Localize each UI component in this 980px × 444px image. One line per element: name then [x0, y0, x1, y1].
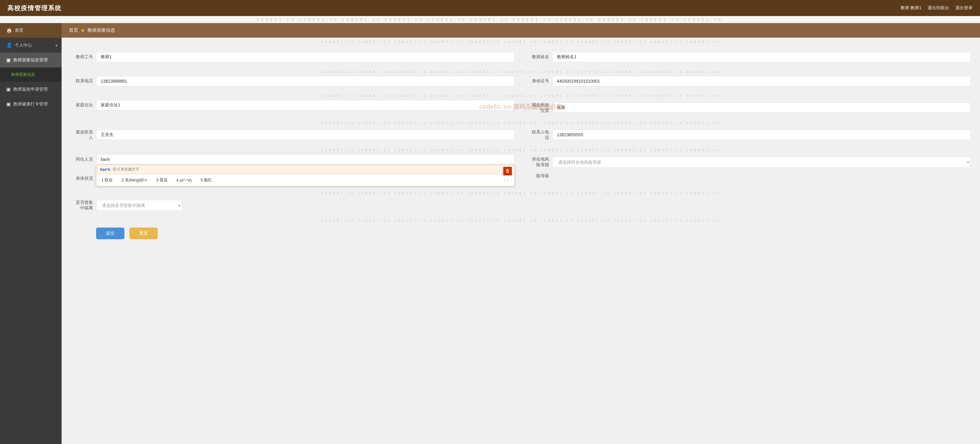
- top-actions: 教师 教师1 退出到前台 退出登录: [900, 5, 973, 11]
- watermark-row-6: code51.cn code51.cn code51.cn code51.cn …: [71, 189, 971, 197]
- sidebar-item-teacher-health[interactable]: ▣ 教师健康打卡管理: [0, 97, 62, 112]
- sidebar: 🏠 首页 👤 个人中心 ∨ ▣ 教师居家信息管理 教师居家信息 ▣ 教师返校申请…: [0, 23, 62, 444]
- chevron-down-icon: ∨: [55, 43, 58, 48]
- form-row-4: 紧急联系 人 联系人电 话: [71, 127, 971, 141]
- btn-row: 提交 重置: [71, 228, 971, 239]
- watermark-row-4: code51.cn code51.cn code51.cn code51.cn …: [71, 119, 971, 127]
- form-group-teacher-id: 教师工号: [71, 52, 515, 62]
- form-row-7: 是否曾集 中隔离 请选择是否曾集中隔离: [71, 197, 971, 211]
- autocomplete-header: lian'h ⑥ 6.更多颜文字 S: [96, 165, 514, 174]
- next-suggestion-icon[interactable]: 〉: [507, 177, 511, 183]
- back-to-front-button[interactable]: 退出到前台: [928, 5, 949, 11]
- autocomplete-dropdown: lian'h ⑥ 6.更多颜文字 S 1.联合 2.良(liang)好⊙ 3.莲…: [96, 165, 515, 186]
- sidebar-teacher-return-label: 教师返校申请管理: [13, 87, 48, 92]
- user-label: 教师 教师1: [900, 5, 921, 11]
- suggestion-4[interactable]: 4.(#^.^#): [175, 177, 193, 183]
- emergency-phone-label: 联系人电 话: [527, 129, 549, 141]
- form-group-phone: 联系电话: [71, 76, 515, 86]
- autocomplete-more-link[interactable]: ⑥ 6.更多颜文字: [113, 167, 139, 172]
- form-area: 教师工号 教师姓名 code51.cn code51.cn code51.cn …: [62, 46, 980, 246]
- phone-input[interactable]: [96, 76, 515, 86]
- main-content: 首页 ★ 教师居家信息 code51.cn code51.cn code51.c…: [62, 23, 980, 444]
- risk-select[interactable]: 请选择所在地风险等级: [552, 157, 971, 168]
- breadcrumb-current: 教师居家信息: [88, 27, 115, 33]
- watermark-row-2: code51.cn code51.cn code51.cn code51.cn …: [71, 68, 971, 76]
- sidebar-teacher-home-mgmt-label: 教师居家信息管理: [13, 57, 48, 63]
- menu-icon-teacher-health: ▣: [6, 101, 11, 107]
- id-card-label: 身份证号: [527, 78, 549, 84]
- ime-logo: S: [503, 167, 512, 176]
- suggestion-2[interactable]: 2.良(liang)好⊙: [121, 177, 148, 184]
- form-group-address: 家庭住址: [71, 100, 515, 110]
- form-row-1: 教师工号 教师姓名: [71, 52, 971, 62]
- autocomplete-suggestions: 1.联合 2.良(liang)好⊙ 3.莲花 4.(#^.^#) 5.脸红: [96, 174, 514, 186]
- emergency-contact-input[interactable]: [96, 129, 515, 140]
- teacher-id-label: 教师工号: [71, 54, 93, 60]
- sidebar-submenu: 教师居家信息: [0, 67, 62, 82]
- suggestion-1[interactable]: 1.联合: [100, 177, 114, 184]
- location-label: 现在所在 位置: [527, 102, 549, 113]
- suggestion-3[interactable]: 3.莲花: [155, 177, 169, 184]
- watermark-row-3: code51.cn code51.cn code51.cn code51.cn …: [71, 92, 971, 100]
- phone-label: 联系电话: [71, 78, 93, 84]
- form-row-3: 家庭住址 现在所在 位置 code51. cn-源码乐园盗图必究: [71, 100, 971, 113]
- suggestion-nav: 〈 〉: [501, 177, 511, 183]
- menu-icon-teacher-mgmt: ▣: [6, 57, 11, 63]
- sidebar-item-teacher-home-mgmt[interactable]: ▣ 教师居家信息管理: [0, 53, 62, 67]
- form-group-emergency-contact: 紧急联系 人: [71, 127, 515, 141]
- watermark-row-7: code51.cn code51.cn code51.cn code51.cn …: [71, 216, 971, 224]
- star-icon: ★: [81, 27, 85, 33]
- risk-label: 所在地风 险等级: [527, 157, 549, 168]
- suggestion-5[interactable]: 5.脸红: [199, 177, 213, 184]
- logout-button[interactable]: 退出登录: [955, 5, 973, 11]
- address-input[interactable]: [96, 100, 515, 110]
- sidebar-teacher-home-label: 教师居家信息: [11, 72, 35, 77]
- cohabitants-label: 同住人员: [71, 157, 93, 162]
- form-group-teacher-name: 教师姓名: [527, 52, 971, 62]
- autocomplete-wrapper: lian'h ⑥ 6.更多颜文字 S 1.联合 2.良(liang)好⊙ 3.莲…: [96, 154, 515, 165]
- breadcrumb-home[interactable]: 首页: [69, 27, 78, 33]
- form-group-cohabitants: 同住人员 lian'h ⑥ 6.更多颜文字 S 1.联合: [71, 154, 515, 165]
- sidebar-item-personal[interactable]: 👤 个人中心 ∨: [0, 38, 62, 53]
- sidebar-item-teacher-home[interactable]: 教师居家信息: [0, 67, 62, 82]
- teacher-id-input[interactable]: [96, 52, 515, 62]
- form-group-emergency-phone: 联系人电 话: [527, 127, 971, 141]
- health-label: 身体状况: [71, 176, 93, 181]
- top-bar: 高校疫情管理系统 教师 教师1 退出到前台 退出登录: [0, 0, 980, 16]
- emergency-phone-input[interactable]: [552, 129, 971, 140]
- watermark-row-1: code51.cn code51.cn code51.cn code51.cn …: [62, 38, 980, 46]
- address-label: 家庭住址: [71, 102, 93, 108]
- form-group-health-risk: 险等级: [527, 173, 971, 179]
- gather-label: 是否曾集 中隔离: [71, 200, 93, 211]
- submit-button[interactable]: 提交: [96, 228, 124, 239]
- location-input[interactable]: [552, 102, 971, 113]
- id-card-input[interactable]: [552, 76, 971, 86]
- sidebar-item-home[interactable]: 🏠 首页: [0, 23, 62, 38]
- form-group-id-card: 身份证号: [527, 76, 971, 86]
- health-risk-label: 险等级: [527, 173, 549, 179]
- emergency-contact-label: 紧急联系 人: [71, 129, 93, 141]
- home-icon: 🏠: [6, 27, 12, 33]
- menu-icon-teacher-return: ▣: [6, 86, 11, 92]
- teacher-name-input[interactable]: [552, 52, 971, 62]
- cohabitants-input[interactable]: [96, 154, 515, 165]
- form-group-location: 现在所在 位置: [527, 100, 971, 113]
- watermark-row-5: code51.cn code51.cn code51.cn code51.cn …: [71, 146, 971, 154]
- breadcrumb-bar: 首页 ★ 教师居家信息: [62, 23, 980, 38]
- sidebar-personal-label: 个人中心: [15, 43, 32, 48]
- sidebar-teacher-health-label: 教师健康打卡管理: [13, 101, 48, 107]
- autocomplete-typed: lian'h: [100, 167, 110, 172]
- gather-select[interactable]: 请选择是否曾集中隔离: [96, 200, 182, 211]
- teacher-name-label: 教师姓名: [527, 54, 549, 60]
- form-group-risk: 所在地风 险等级 请选择所在地风险等级: [527, 154, 971, 168]
- person-icon: 👤: [6, 42, 12, 48]
- reset-button[interactable]: 重置: [129, 228, 158, 239]
- sidebar-item-teacher-return[interactable]: ▣ 教师返校申请管理: [0, 82, 62, 97]
- prev-suggestion-icon[interactable]: 〈: [501, 177, 505, 183]
- sidebar-home-label: 首页: [15, 28, 24, 33]
- watermark-strip: code51.cn code51.cn code51.cn code51.cn …: [0, 16, 980, 23]
- app-title: 高校疫情管理系统: [7, 4, 62, 12]
- form-row-5: 同住人员 lian'h ⑥ 6.更多颜文字 S 1.联合: [71, 154, 971, 168]
- form-row-2: 联系电话 身份证号: [71, 76, 971, 86]
- form-group-gather: 是否曾集 中隔离 请选择是否曾集中隔离: [71, 197, 515, 211]
